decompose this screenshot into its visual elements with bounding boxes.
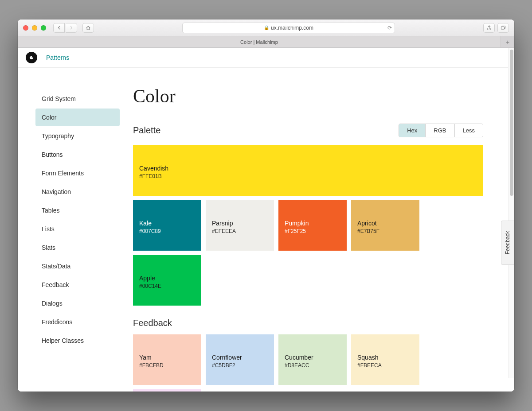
format-option-less[interactable]: Less xyxy=(455,124,483,137)
url-bar[interactable]: 🔒 ux.mailchimp.com ⟳ xyxy=(182,23,395,33)
url-text: ux.mailchimp.com xyxy=(271,25,313,31)
swatch-apricot[interactable]: Apricot#E7B75F xyxy=(351,200,419,251)
feedback-tab-label: Feedback xyxy=(505,231,511,255)
swatch-hex: #EFEEEA xyxy=(212,228,268,235)
toolbar-right xyxy=(483,23,509,33)
sidebar-item-freddicons[interactable]: Freddicons xyxy=(35,313,120,331)
swatch-hex: #C5DBF2 xyxy=(212,362,268,369)
home-button[interactable] xyxy=(82,23,94,33)
swatch-name: Pumpkin xyxy=(285,219,340,228)
swatch-name: Squash xyxy=(357,353,413,362)
section-heading-feedback: Feedback xyxy=(133,318,483,328)
sidebar-item-helper-classes[interactable]: Helper Classes xyxy=(35,332,120,349)
scrollbar-track[interactable] xyxy=(508,48,514,378)
swatch-cornflower[interactable]: Cornflower#C5DBF2 xyxy=(206,334,274,385)
reload-icon[interactable]: ⟳ xyxy=(387,25,392,31)
swatch-apple[interactable]: Apple#00C14E xyxy=(133,255,201,306)
palette-section-header: Palette HexRGBLess xyxy=(133,124,483,137)
swatch-hex: #F25F25 xyxy=(285,228,340,235)
sidebar-item-slats[interactable]: Slats xyxy=(35,239,120,256)
minimize-window-button[interactable] xyxy=(32,25,37,31)
swatch-kale[interactable]: Kale#007C89 xyxy=(133,200,201,251)
tab-strip: Color | Mailchimp + xyxy=(18,36,514,48)
titlebar: 🔒 ux.mailchimp.com ⟳ xyxy=(18,19,514,36)
zoom-window-button[interactable] xyxy=(41,25,46,31)
swatch-parsnip[interactable]: Parsnip#EFEEEA xyxy=(206,200,274,251)
scrollbar-thumb[interactable] xyxy=(510,50,513,196)
share-button[interactable] xyxy=(483,23,495,33)
swatch-name: Yam xyxy=(139,353,195,362)
browser-window: 🔒 ux.mailchimp.com ⟳ Color | Mailchimp +… xyxy=(18,19,514,392)
swatch-squash[interactable]: Squash#FBEECA xyxy=(351,334,419,385)
swatch-cucumber[interactable]: Cucumber#D8EACC xyxy=(278,334,347,385)
sidebar-item-color[interactable]: Color xyxy=(35,109,120,126)
swatch-cavendish[interactable]: Cavendish#FFE01B xyxy=(133,145,483,196)
page: Patterns Grid SystemColorTypographyButto… xyxy=(18,48,514,392)
back-button[interactable] xyxy=(53,23,65,33)
new-tab-button[interactable]: + xyxy=(501,36,514,47)
sidebar-item-feedback[interactable]: Feedback xyxy=(35,276,120,294)
main-content: Color Palette HexRGBLess Cavendish#FFE01… xyxy=(129,68,514,392)
sidebar-item-stats-data[interactable]: Stats/Data xyxy=(35,257,120,275)
tabs-button[interactable] xyxy=(497,23,509,33)
swatch-name: Cucumber xyxy=(285,353,340,362)
swatch-yam[interactable]: Yam#FBCFBD xyxy=(133,334,201,385)
forward-button[interactable] xyxy=(66,23,77,33)
palette-swatches: Cavendish#FFE01BKale#007C89Parsnip#EFEEE… xyxy=(133,145,483,306)
site-header: Patterns xyxy=(18,48,514,68)
sidebar-item-form-elements[interactable]: Form Elements xyxy=(35,164,120,182)
sidebar-item-typography[interactable]: Typography xyxy=(35,127,120,145)
close-window-button[interactable] xyxy=(23,25,28,31)
sidebar-item-grid-system[interactable]: Grid System xyxy=(35,90,120,108)
swatch-hex: #FFE01B xyxy=(139,173,477,180)
swatch-name: Kale xyxy=(139,219,195,228)
feedback-side-tab[interactable]: Feedback xyxy=(501,221,514,265)
section-heading-palette: Palette xyxy=(133,125,160,136)
browser-tab[interactable]: Color | Mailchimp xyxy=(18,36,501,47)
swatch-hex: #007C89 xyxy=(139,228,195,235)
swatch-pumpkin[interactable]: Pumpkin#F25F25 xyxy=(278,200,347,251)
swatch-hex: #FBEECA xyxy=(357,362,413,369)
sidebar-item-tables[interactable]: Tables xyxy=(35,202,120,219)
sidebar-item-navigation[interactable]: Navigation xyxy=(35,183,120,201)
nav-buttons xyxy=(53,23,77,33)
sidebar-item-buttons[interactable]: Buttons xyxy=(35,146,120,163)
format-toggle: HexRGBLess xyxy=(399,124,483,137)
sidebar: Grid SystemColorTypographyButtonsForm El… xyxy=(18,68,129,392)
feedback-swatches: Yam#FBCFBDCornflower#C5DBF2Cucumber#D8EA… xyxy=(133,334,483,392)
window-controls xyxy=(23,25,46,31)
format-option-hex[interactable]: Hex xyxy=(399,124,426,137)
swatch-hex: #00C14E xyxy=(139,283,195,290)
swatch-name: Apricot xyxy=(357,219,413,228)
sidebar-item-dialogs[interactable]: Dialogs xyxy=(35,295,120,312)
page-title: Color xyxy=(133,85,483,107)
sidebar-item-lists[interactable]: Lists xyxy=(35,220,120,238)
lock-icon: 🔒 xyxy=(264,25,269,30)
page-body: Grid SystemColorTypographyButtonsForm El… xyxy=(18,68,514,392)
swatch-name: Parsnip xyxy=(212,219,268,228)
tab-title: Color | Mailchimp xyxy=(240,39,278,45)
format-option-rgb[interactable]: RGB xyxy=(426,124,454,137)
svg-rect-0 xyxy=(501,27,505,29)
mailchimp-logo-icon[interactable] xyxy=(26,52,37,63)
swatch-hex: #FBCFBD xyxy=(139,362,195,369)
patterns-nav-link[interactable]: Patterns xyxy=(46,54,69,61)
swatch-name: Cavendish xyxy=(139,164,477,173)
swatch-unnamed[interactable] xyxy=(133,389,201,392)
swatch-hex: #E7B75F xyxy=(357,228,413,235)
swatch-name: Cornflower xyxy=(212,353,268,362)
swatch-hex: #D8EACC xyxy=(285,362,340,369)
swatch-name: Apple xyxy=(139,274,195,283)
svg-point-2 xyxy=(31,57,32,58)
